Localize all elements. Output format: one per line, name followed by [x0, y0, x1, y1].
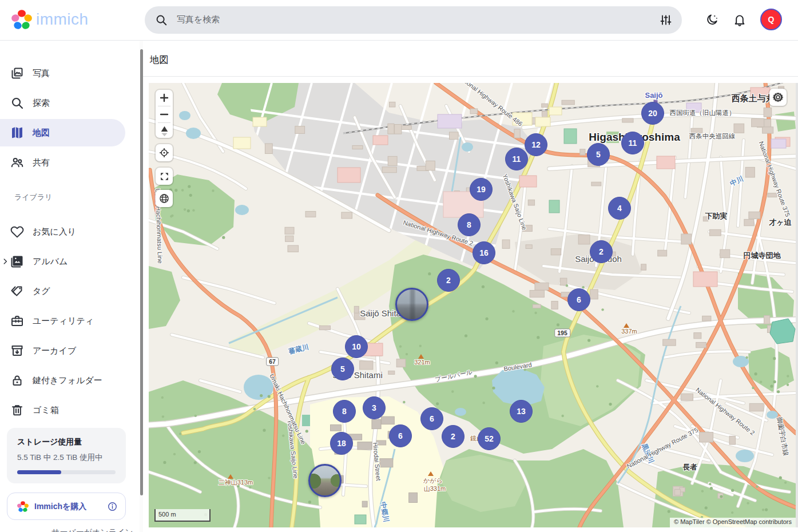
map-label: National Highway Route 486: [456, 83, 523, 128]
locked-folder-icon: [10, 374, 24, 387]
trash-icon: [10, 403, 24, 417]
explore-icon: [10, 96, 24, 110]
info-icon[interactable]: [108, 502, 117, 511]
search-placeholder: 写真を検索: [177, 14, 220, 25]
cluster-marker[interactable]: 18: [330, 432, 353, 455]
cluster-marker[interactable]: 2: [590, 240, 613, 263]
road-shield: 195: [554, 329, 570, 338]
map-label: Hirodai Street: [372, 442, 382, 481]
sidebar-item-albums[interactable]: アルバム: [0, 248, 125, 275]
storage-progress: [17, 470, 116, 474]
map-label: 西条土与丸: [732, 93, 775, 104]
search-filter-icon[interactable]: [659, 13, 673, 27]
immich-logo-icon[interactable]: [10, 9, 33, 31]
map-label: 円城寺団地: [744, 251, 781, 261]
pitch-toggle-button[interactable]: [156, 123, 173, 139]
photos-icon: [10, 66, 24, 80]
sidebar-item-trash[interactable]: ゴミ箱: [0, 396, 125, 424]
map-label: 中郷川: [378, 501, 391, 523]
server-status-text: サーバーがオンライン: [51, 527, 133, 532]
avatar[interactable]: Q: [760, 9, 782, 30]
cluster-marker[interactable]: 6: [420, 407, 443, 430]
map-label: かがら: [423, 477, 443, 485]
content-scrollbar[interactable]: [796, 83, 798, 527]
dark-mode-icon[interactable]: [705, 13, 719, 27]
cluster-marker[interactable]: 12: [525, 133, 547, 156]
map-label: 321m: [414, 359, 430, 366]
cluster-marker[interactable]: 2: [442, 425, 464, 448]
peak-icon: [624, 323, 629, 328]
sidebar-item-explore[interactable]: 探索: [0, 89, 125, 117]
storage-usage-text: 5.5 TiB 中 2.5 TiB 使用中: [17, 452, 103, 463]
zoom-in-button[interactable]: [156, 90, 173, 106]
map-scale-bar: 500 m: [154, 509, 211, 522]
map-label: 御薗宇白市線: [775, 416, 791, 457]
photo-marker[interactable]: [395, 288, 428, 321]
cluster-marker[interactable]: 10: [345, 335, 368, 358]
storage-card: ストレージ使用量 5.5 TiB 中 2.5 TiB 使用中: [7, 428, 126, 483]
sidebar-item-map[interactable]: 地図: [0, 119, 125, 146]
tags-icon: [10, 284, 24, 298]
cluster-marker[interactable]: 6: [389, 424, 412, 447]
cluster-marker[interactable]: 19: [470, 178, 493, 201]
map-label: 蕃蔵川: [287, 342, 309, 356]
library-section-label: ライブラリ: [14, 192, 53, 203]
archive-icon: [10, 344, 24, 358]
chevron-right-icon[interactable]: [1, 257, 9, 265]
buy-immich-button[interactable]: Immichを購入: [7, 493, 126, 520]
map-label: 下助実: [705, 211, 728, 221]
sidebar-item-favorites[interactable]: お気に入り: [0, 218, 125, 245]
map-label: 才ヶ迫: [769, 217, 791, 228]
cluster-marker[interactable]: 13: [510, 400, 533, 423]
geolocate-button[interactable]: [156, 144, 173, 161]
page-title: 地図: [150, 54, 169, 66]
sidebar-item-sharing[interactable]: 共有: [0, 149, 125, 176]
sidebar-item-tags[interactable]: タグ: [0, 277, 125, 305]
cluster-marker[interactable]: 11: [505, 148, 528, 170]
map-settings-button[interactable]: [769, 89, 787, 106]
cluster-marker[interactable]: 52: [478, 427, 501, 450]
cluster-marker[interactable]: 8: [333, 400, 356, 423]
app-name[interactable]: immich: [36, 10, 89, 29]
sidebar-item-locked-folder[interactable]: 鍵付きフォルダー: [0, 367, 125, 394]
globe-projection-button[interactable]: [156, 190, 173, 207]
cluster-marker[interactable]: 11: [621, 132, 644, 154]
cluster-marker[interactable]: 4: [608, 197, 631, 220]
map-label: プールバール: [434, 368, 474, 384]
map-label: 中川: [729, 174, 745, 189]
road-shield: 67: [266, 358, 279, 366]
cluster-marker[interactable]: 8: [458, 213, 481, 236]
cluster-marker[interactable]: 5: [331, 358, 354, 380]
cluster-marker[interactable]: 5: [587, 143, 610, 166]
cluster-marker[interactable]: 2: [437, 269, 460, 292]
map-canvas[interactable]: Saijō西条土与丸西国街道（旧山陽道）Higashihiroshima西条中央…: [149, 83, 796, 527]
map-attribution: © MapTiler © OpenStreetMap contributors: [670, 518, 796, 527]
sidebar-item-utilities[interactable]: ユーティリティ: [0, 307, 125, 335]
photo-marker[interactable]: [308, 464, 342, 497]
sharing-icon: [10, 156, 24, 169]
map-label: National Highway Route 2: [694, 386, 756, 436]
cluster-marker[interactable]: 16: [473, 241, 495, 264]
search-bar[interactable]: 写真を検索: [145, 6, 682, 34]
map-zoom-control: [156, 90, 173, 138]
cluster-marker[interactable]: 6: [567, 288, 590, 311]
cluster-marker[interactable]: 3: [363, 396, 386, 419]
map-label: 山331m: [424, 485, 446, 493]
albums-icon: [10, 255, 24, 268]
map-label: Saijō: [645, 91, 662, 100]
storage-title: ストレージ使用量: [17, 437, 82, 447]
zoom-out-button[interactable]: [156, 106, 173, 122]
cluster-marker[interactable]: 20: [641, 102, 664, 125]
fullscreen-button[interactable]: [156, 168, 173, 185]
sidebar: 写真探索地図共有 ライブラリ お気に入りアルバムタグユーティリティアーカイブ鍵付…: [0, 41, 143, 532]
title-divider: [143, 76, 798, 77]
sidebar-item-photos[interactable]: 写真: [0, 59, 125, 87]
sidebar-scrollbar[interactable]: [140, 41, 143, 532]
app-header: immich 写真を検索 Q: [0, 0, 798, 41]
sidebar-item-archive[interactable]: アーカイブ: [0, 337, 125, 364]
map-label: 西条中央巡回線: [689, 132, 736, 141]
notifications-bell-icon[interactable]: [733, 13, 747, 27]
map-label: 三神山313m: [219, 478, 253, 487]
buy-immich-label: Immichを購入: [34, 502, 86, 512]
peak-icon: [228, 474, 233, 479]
